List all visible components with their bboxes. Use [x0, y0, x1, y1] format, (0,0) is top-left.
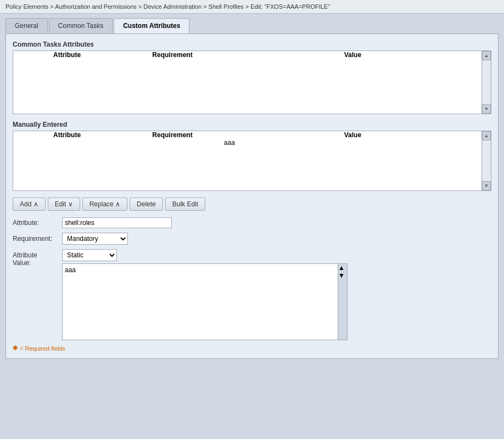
- add-button[interactable]: Add ∧: [13, 198, 46, 211]
- col-header-attribute-me: Attribute: [13, 131, 121, 139]
- attr-value-textarea[interactable]: [63, 264, 338, 340]
- tab-general[interactable]: General: [5, 18, 48, 33]
- requirement-select[interactable]: Mandatory Optional: [62, 233, 128, 245]
- scroll-down-ct[interactable]: ▼: [482, 104, 491, 114]
- required-fields-note: ✱ = Required fields: [13, 345, 491, 352]
- attribute-input[interactable]: [62, 217, 172, 228]
- scroll-down-me[interactable]: ▼: [482, 181, 491, 190]
- edit-button[interactable]: Edit ∨: [48, 198, 80, 211]
- table-row: [13, 179, 481, 190]
- attr-value-textarea-container: ▲ ▼: [62, 263, 348, 340]
- breadcrumb: Policy Elements > Authorization and Perm…: [0, 0, 504, 14]
- common-tasks-scrollbar: ▲ ▼: [481, 51, 491, 114]
- textarea-scroll-up[interactable]: ▲: [338, 264, 347, 272]
- scroll-up-me[interactable]: ▲: [482, 131, 491, 140]
- replace-button[interactable]: Replace ∧: [82, 198, 127, 211]
- row-value: aaa: [224, 139, 235, 147]
- tabs-bar: General Common Tasks Custom Attributes: [5, 18, 499, 33]
- common-tasks-table: Attribute Requirement Value: [13, 50, 491, 114]
- table-row: [13, 81, 481, 92]
- col-header-requirement-ct: Requirement: [121, 51, 224, 59]
- attr-value-type-select[interactable]: Static Dynamic: [62, 249, 117, 261]
- action-buttons: Add ∧ Edit ∨ Replace ∧ Delete Bulk Edit: [13, 198, 491, 211]
- row-attribute: shell:roles: [13, 139, 43, 147]
- col-header-value-ct: Value: [224, 51, 481, 59]
- col-header-attribute-ct: Attribute: [13, 51, 121, 59]
- manually-entered-table: Attribute Requirement Value shell:roles …: [13, 131, 491, 191]
- table-row: [13, 103, 481, 114]
- bulk-edit-button[interactable]: Bulk Edit: [165, 198, 205, 211]
- tab-common-tasks[interactable]: Common Tasks: [49, 18, 113, 33]
- attr-value-row: Attribute Value: Static Dynamic ▲: [13, 249, 491, 340]
- table-row: [13, 168, 481, 179]
- manually-entered-label: Manually Entered: [13, 121, 491, 128]
- content-area: Common Tasks Attributes Attribute Requir…: [5, 33, 499, 359]
- requirement-field-row: Requirement: Mandatory Optional: [13, 233, 491, 245]
- requirement-label: Requirement:: [13, 235, 62, 243]
- row-requirement: Mandatory: [121, 139, 152, 147]
- textarea-scrollbar: ▲ ▼: [338, 264, 347, 340]
- attribute-field-row: Attribute:: [13, 217, 491, 228]
- table-row: [13, 157, 481, 168]
- table-row: [13, 59, 481, 70]
- col-header-requirement-me: Requirement: [121, 131, 224, 139]
- common-tasks-attributes-label: Common Tasks Attributes: [13, 41, 491, 48]
- tab-custom-attributes[interactable]: Custom Attributes: [114, 18, 189, 33]
- table-row: [13, 147, 481, 157]
- col-header-value-me: Value: [224, 131, 481, 139]
- delete-button[interactable]: Delete: [130, 198, 163, 211]
- table-row: [13, 92, 481, 103]
- table-row: [13, 70, 481, 81]
- scroll-up-ct[interactable]: ▲: [482, 51, 491, 60]
- scroll-track-ct: [482, 60, 491, 104]
- manually-entered-scrollbar: ▲ ▼: [481, 131, 491, 190]
- attr-value-label: Attribute Value:: [13, 249, 62, 267]
- scroll-track-me: [482, 140, 491, 181]
- textarea-scroll-down[interactable]: ▼: [338, 272, 347, 279]
- attribute-label: Attribute:: [13, 219, 62, 227]
- required-star-icon: ✱: [13, 345, 18, 352]
- table-row[interactable]: shell:roles Mandatory aaa: [13, 139, 481, 147]
